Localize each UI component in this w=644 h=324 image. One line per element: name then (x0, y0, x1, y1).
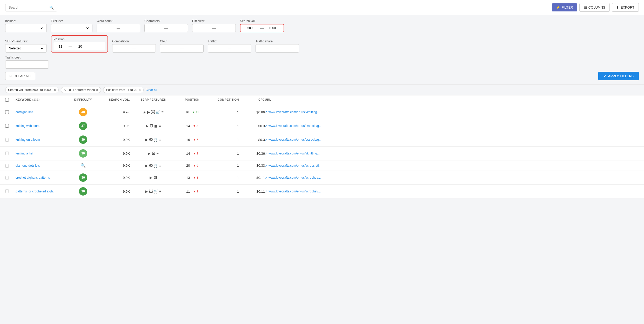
traffic-cost-min[interactable] (8, 63, 24, 66)
position-group: Position: — (51, 35, 108, 53)
search-input[interactable] (9, 5, 48, 9)
columns-label: COLUMNS (588, 5, 605, 9)
search-vol-range[interactable]: — (240, 24, 284, 32)
competition-max[interactable] (137, 47, 153, 50)
apply-filters-button[interactable]: ✓ APPLY FILTERS (598, 72, 639, 80)
traffic-max[interactable] (233, 47, 249, 50)
position-range[interactable]: — (53, 42, 105, 50)
url-link[interactable]: www.lovecrafts.com/en-us/l/knitting... (269, 110, 320, 114)
checkbox-header[interactable] (5, 98, 16, 102)
columns-button[interactable]: ▦ COLUMNS (579, 3, 610, 12)
pos-filter-remove[interactable]: × (139, 88, 141, 92)
include-dropdown[interactable] (8, 26, 44, 30)
row-checkbox-cell[interactable] (5, 110, 16, 114)
row-checkbox-cell[interactable] (5, 124, 16, 128)
serp-select[interactable]: Selected (5, 44, 47, 53)
table-row: knitting on a loom 39 9.9K ▶🖼🛒≡ 16 ▼ 7 1… (0, 133, 644, 147)
keyword-count: (131) (32, 98, 40, 101)
row-checkbox-cell[interactable] (5, 138, 16, 141)
row-checkbox[interactable] (5, 190, 9, 193)
competition-min[interactable] (115, 47, 131, 50)
cpc-min[interactable] (163, 47, 178, 50)
keyword-link[interactable]: cardigan knit (16, 110, 33, 114)
competition-cell: 1 (208, 124, 239, 128)
active-filter-serp: SERP Features: Video × (61, 87, 101, 93)
search-vol-label: Search vol.: (240, 19, 284, 23)
traffic-min[interactable] (211, 47, 226, 50)
serp-icon: ≡ (161, 110, 163, 114)
position-min[interactable] (54, 44, 67, 48)
traffic-share-max[interactable] (281, 47, 296, 50)
traffic-share-range[interactable]: — (256, 44, 299, 53)
characters-range[interactable]: — (144, 24, 188, 32)
table-row: knitting a hat 30 9.9K ▶🖼≡ 14 ▼ 2 1 $0.3… (0, 147, 644, 160)
clear-all-link[interactable]: Clear all (146, 88, 157, 92)
serp-dropdown[interactable]: Selected (8, 46, 44, 50)
cpc-max[interactable] (185, 47, 201, 50)
search-vol-max[interactable] (265, 26, 281, 30)
keyword-link[interactable]: patterns for crocheted afgh... (16, 190, 55, 193)
keyword-link[interactable]: crochet afghans patterns (16, 176, 50, 179)
cpc-range[interactable]: — (160, 44, 204, 53)
url-link[interactable]: www.lovecrafts.com/en-us/l/cross-sti... (269, 164, 321, 167)
row-checkbox[interactable] (5, 124, 9, 128)
traffic-share-sep: — (276, 46, 279, 50)
keyword-link[interactable]: knitting on a loom (16, 138, 40, 141)
row-checkbox[interactable] (5, 176, 9, 179)
filter-button[interactable]: ⚡ FILTER (552, 3, 577, 11)
keyword-link[interactable]: knitting a hat (16, 152, 33, 155)
keyword-cell: knitting a hat (16, 152, 68, 155)
difficulty-max[interactable] (217, 26, 233, 30)
keyword-link[interactable]: diamond dotz kits (16, 164, 40, 167)
row-checkbox-cell[interactable] (5, 152, 16, 155)
search-box[interactable]: 🔍 (5, 4, 57, 11)
serp-filter-remove[interactable]: × (96, 88, 98, 92)
traffic-share-min[interactable] (258, 47, 274, 50)
include-label: Include: (5, 19, 47, 23)
export-button[interactable]: ⬆ EXPORT (612, 3, 639, 12)
row-checkbox[interactable] (5, 110, 9, 114)
traffic-range[interactable]: — (208, 44, 251, 53)
characters-min[interactable] (147, 26, 163, 30)
keyword-cell: crochet afghans patterns (16, 176, 68, 179)
serp-icon: 🖼 (149, 164, 153, 168)
characters-max[interactable] (170, 26, 185, 30)
row-checkbox[interactable] (5, 164, 9, 167)
word-count-range[interactable]: — (97, 24, 140, 32)
select-all-checkbox[interactable] (5, 98, 9, 102)
exclude-select[interactable] (51, 24, 92, 32)
difficulty-header: DIFFICULTY (68, 98, 99, 102)
include-select[interactable] (5, 24, 47, 32)
keyword-link[interactable]: knitting with loom (16, 124, 39, 128)
row-checkbox-cell[interactable] (5, 190, 16, 193)
exclude-dropdown[interactable] (54, 26, 90, 30)
filter-row-1: Include: Exclude: Word count: — Characte… (5, 19, 639, 32)
url-link[interactable]: www.lovecrafts.com/en-us/c/article/g... (269, 138, 321, 141)
traffic-cost-range[interactable]: — (5, 60, 49, 69)
cpc-sep: — (180, 46, 184, 50)
url-link[interactable]: www.lovecrafts.com/en-us/l/crochet/... (269, 190, 321, 193)
vol-filter-remove[interactable]: × (54, 88, 56, 92)
traffic-cost-max[interactable] (30, 63, 46, 66)
competition-label: Competition: (112, 40, 156, 43)
word-count-max[interactable] (122, 26, 137, 30)
word-count-min[interactable] (99, 26, 115, 30)
serp-icon: 🖼 (150, 124, 153, 128)
url-link[interactable]: www.lovecrafts.com/en-us/l/knitting... (269, 152, 320, 155)
competition-cell: 1 (208, 138, 239, 142)
url-link[interactable]: www.lovecrafts.com/en-us/c/article/g... (269, 124, 321, 128)
clear-all-button[interactable]: ✕ CLEAR ALL (5, 72, 35, 80)
url-link[interactable]: www.lovecrafts.com/en-us/l/crochet/... (269, 176, 321, 179)
competition-range[interactable]: — (112, 44, 156, 53)
serp-icon: ▣ (143, 110, 146, 114)
difficulty-min[interactable] (195, 26, 211, 30)
row-checkbox[interactable] (5, 138, 9, 141)
search-vol-min[interactable] (243, 26, 259, 30)
difficulty-range[interactable]: — (192, 24, 236, 32)
row-checkbox-cell[interactable] (5, 176, 16, 179)
row-checkbox[interactable] (5, 152, 9, 155)
serp-icon: 🖼 (149, 138, 153, 142)
position-max[interactable] (74, 44, 87, 48)
row-checkbox-cell[interactable] (5, 164, 16, 167)
competition-header: COMPETITION (208, 98, 239, 102)
